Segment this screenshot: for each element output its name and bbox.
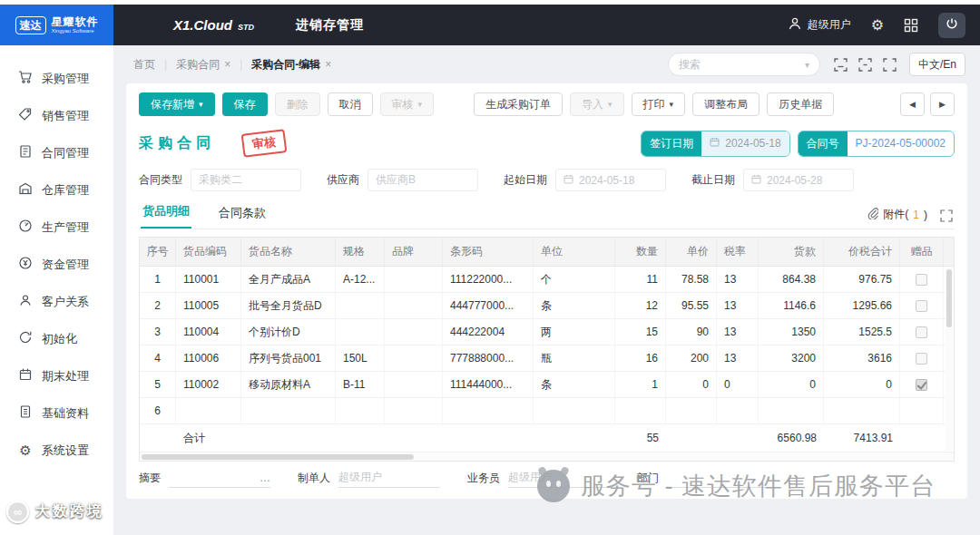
cell: 78.58 <box>666 267 717 292</box>
sidebar-item-settings[interactable]: ⚙ 系统设置 <box>0 432 113 469</box>
gift-cell <box>900 345 944 371</box>
column-header-5[interactable]: 条形码 <box>443 238 534 266</box>
close-icon[interactable]: × <box>224 58 230 71</box>
sidebar-item-init[interactable]: 初始化 <box>0 320 113 357</box>
horizontal-scrollbar[interactable] <box>140 452 954 461</box>
scan-icon[interactable] <box>833 56 849 73</box>
start-date-value: 2024-05-18 <box>579 174 634 187</box>
goods-table: 序号货品编码货品名称规格品牌条形码单位数量单价税率货款价税合计赠品 111000… <box>139 237 955 462</box>
vertical-scrollbar[interactable] <box>946 268 953 451</box>
column-header-9[interactable]: 税率 <box>717 238 759 266</box>
column-header-0[interactable]: 序号 <box>140 238 176 266</box>
table-row[interactable]: 6 <box>140 398 954 424</box>
history-button[interactable]: 历史单据 <box>767 92 834 116</box>
tab-label: 首页 <box>133 57 155 73</box>
tab-home[interactable]: 首页 <box>133 57 155 73</box>
prev-doc-button[interactable]: ◀ <box>900 92 925 116</box>
contract-type-input[interactable]: 采购类二 <box>191 169 301 191</box>
tab-contract-terms[interactable]: 合同条款 <box>217 205 268 229</box>
apps-grid-icon[interactable] <box>904 18 918 33</box>
table-row[interactable]: 4110006序列号货品001150L777888000...瓶16200133… <box>140 345 954 372</box>
hscroll-thumb[interactable] <box>142 454 414 460</box>
app-logo[interactable]: 速达 星耀软件 Xingyao Software <box>0 5 113 45</box>
save-button[interactable]: 保存 <box>222 92 268 116</box>
exit-fullscreen-icon[interactable] <box>858 56 874 73</box>
column-header-6[interactable]: 单位 <box>534 238 615 266</box>
column-header-12[interactable]: 赠品 <box>900 238 944 266</box>
settings-gear-icon[interactable]: ⚙ <box>871 16 884 34</box>
generate-order-button[interactable]: 生成采购订单 <box>474 92 563 116</box>
cell <box>241 398 336 423</box>
summary-input[interactable]: … <box>169 468 270 488</box>
fullscreen-icon[interactable] <box>882 56 898 73</box>
table-row[interactable]: 5110002移动原材料AB-11111444000...条10000 <box>140 372 954 398</box>
next-doc-button[interactable]: ▶ <box>930 92 955 116</box>
logout-power-button[interactable] <box>938 13 965 38</box>
supplier-input[interactable]: 供应商B <box>368 169 478 191</box>
sidebar-item-contract[interactable]: 合同管理 <box>0 134 113 171</box>
delete-button[interactable]: 删除 <box>275 92 320 116</box>
gift-checkbox[interactable] <box>916 379 927 391</box>
tab-goods-detail[interactable]: 货品明细 <box>141 203 191 229</box>
cell: 864.38 <box>759 267 824 292</box>
column-header-7[interactable]: 数量 <box>615 238 666 266</box>
cell: 序列号货品001 <box>241 345 336 371</box>
cell: 瓶 <box>534 345 615 371</box>
sidebar-item-crm[interactable]: 客户关系 <box>0 283 113 320</box>
adjust-layout-button[interactable]: 调整布局 <box>692 92 760 116</box>
sidebar-item-production[interactable]: 生产管理 <box>0 209 113 246</box>
creator-input[interactable]: 超级用户 <box>338 468 440 488</box>
sidebar-item-period-end[interactable]: 期末处理 <box>0 357 113 394</box>
cell: 4 <box>140 345 176 371</box>
cancel-button[interactable]: 取消 <box>328 92 373 116</box>
column-header-2[interactable]: 货品名称 <box>241 238 336 266</box>
gift-checkbox[interactable] <box>916 326 927 338</box>
column-header-1[interactable]: 货品编码 <box>176 238 241 266</box>
table-row[interactable]: 2110005批号全月货品D444777000...条1295.55131146… <box>140 293 954 319</box>
more-dots-icon[interactable]: … <box>260 472 270 484</box>
save-new-button[interactable]: 保存新增▾ <box>139 92 215 116</box>
sidebar-item-base-data[interactable]: 基础资料 <box>0 394 113 432</box>
cell: 3200 <box>759 345 824 371</box>
caret-down-icon: ▾ <box>608 100 612 109</box>
column-header-4[interactable]: 品牌 <box>385 238 443 266</box>
table-row[interactable]: 3110004个别计价D444222004两15901313501525.5 <box>140 319 954 345</box>
prev-icon: ◀ <box>909 100 916 109</box>
gift-checkbox[interactable] <box>916 274 927 286</box>
sign-date-field[interactable]: 2024-05-18 <box>701 131 789 156</box>
corner-watermark: ∞ 大数跨境 <box>6 501 104 523</box>
gift-checkbox[interactable] <box>916 300 927 312</box>
column-header-8[interactable]: 单价 <box>666 238 717 266</box>
audit-button[interactable]: 审核▾ <box>380 92 435 116</box>
tabbar-icon-group <box>833 56 898 73</box>
department-input[interactable] <box>667 468 769 488</box>
salesman-input[interactable]: 超级用户 <box>508 468 610 488</box>
column-header-10[interactable]: 货款 <box>759 238 824 266</box>
refresh-circle-icon <box>18 330 33 347</box>
column-header-11[interactable]: 价税合计 <box>824 238 900 266</box>
attachment-button[interactable]: 附件(1) <box>867 207 927 229</box>
tab-purchase-contract-edit[interactable]: 采购合同-编辑 × <box>251 57 331 73</box>
user-menu[interactable]: 超级用户 <box>788 16 851 34</box>
tab-purchase-contract[interactable]: 采购合同 × <box>176 57 230 73</box>
sidebar-item-purchase[interactable]: 采购管理 <box>0 60 113 97</box>
close-icon[interactable]: × <box>325 58 331 71</box>
table-row[interactable]: 1110001全月产成品AA-12...111222000...个1178.58… <box>140 267 954 293</box>
end-date-input[interactable]: 2024-05-28 <box>743 169 854 191</box>
tab-separator: | <box>240 58 242 71</box>
vscroll-thumb[interactable] <box>946 269 952 327</box>
end-date-value: 2024-05-28 <box>767 174 822 187</box>
language-toggle[interactable]: 中文/En <box>909 53 965 76</box>
gift-checkbox[interactable] <box>916 353 927 365</box>
expand-grid-icon[interactable] <box>940 209 953 229</box>
table-total-row[interactable]: 合计556560.987413.91 <box>140 424 954 452</box>
print-button[interactable]: 打印▾ <box>632 92 686 116</box>
column-header-3[interactable]: 规格 <box>336 238 385 266</box>
person-icon <box>18 293 33 310</box>
search-input[interactable]: 搜索 ▾ <box>668 53 820 76</box>
sidebar-item-warehouse[interactable]: 仓库管理 <box>0 171 113 209</box>
sidebar-item-funds[interactable]: 资金管理 <box>0 246 113 283</box>
sidebar-item-sales[interactable]: 销售管理 <box>0 97 113 134</box>
import-button[interactable]: 导入▾ <box>570 92 624 116</box>
start-date-input[interactable]: 2024-05-18 <box>555 169 666 191</box>
